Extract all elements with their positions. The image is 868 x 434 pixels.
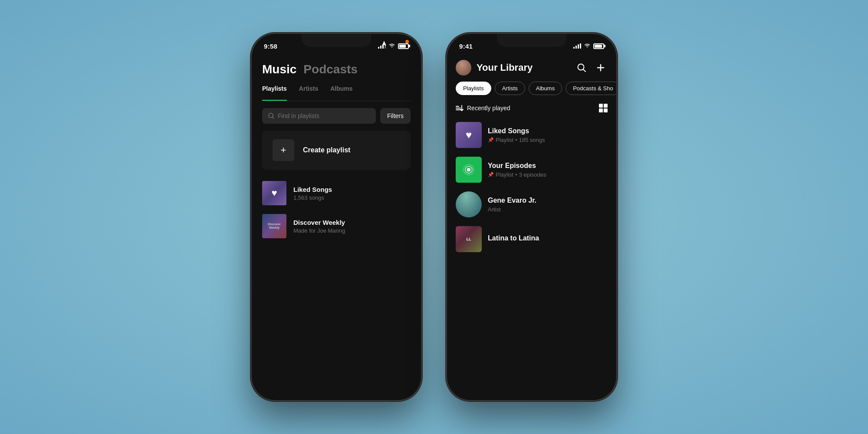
plus-icon-2 <box>596 63 605 72</box>
music-tab[interactable]: Music <box>262 62 296 76</box>
create-playlist-row[interactable]: + Create playlist <box>262 131 411 170</box>
header-tabs: Music Podcasts Playlists Artists Albums <box>252 56 421 101</box>
playlist-item-liked[interactable]: ♥ Liked Songs 1,563 songs <box>252 177 421 210</box>
pill-podcasts[interactable]: Podcasts & Sho <box>566 82 616 95</box>
signal-bars-2 <box>573 43 581 49</box>
liked-songs-name: Liked Songs <box>293 186 332 193</box>
podcasts-tab[interactable]: Podcasts <box>303 62 358 76</box>
status-icons-2 <box>573 42 604 50</box>
pin-icon-liked: 📌 <box>488 137 494 143</box>
sub-tabs: Playlists Artists Albums <box>262 85 411 101</box>
tab-artists[interactable]: Artists <box>299 85 318 96</box>
svg-point-2 <box>467 168 470 171</box>
search-button[interactable] <box>575 61 589 75</box>
discover-weekly-meta: Made for Joe Maring <box>293 227 345 234</box>
phone-1: 9:58 <box>252 34 421 400</box>
pill-playlists[interactable]: Playlists <box>456 82 491 95</box>
status-bar-2: 9:41 <box>447 34 616 56</box>
sort-label[interactable]: Recently played <box>456 105 510 112</box>
search-filter-row: Find in playlists Filters <box>252 101 421 131</box>
library-header: Your Library <box>447 56 616 82</box>
main-title-row: Music Podcasts <box>262 62 411 76</box>
liked-songs-info: Liked Songs 1,563 songs <box>293 186 332 201</box>
episodes-meta: 📌 Playlist • 3 episodes <box>488 171 546 178</box>
playlist-item-discover[interactable]: Discover Weekly Discover Weekly Made for… <box>252 210 421 243</box>
episodes-name: Your Episodes <box>488 162 546 170</box>
gene-name: Gene Evaro Jr. <box>488 197 536 204</box>
filter-pills: Playlists Artists Albums Podcasts & Sho <box>447 82 616 102</box>
search-placeholder: Find in playlists <box>278 112 319 119</box>
latina-info: Latina to Latina <box>488 234 539 244</box>
phone-1-screen: 9:58 <box>252 34 421 400</box>
phone-1-content: Music Podcasts Playlists Artists Albums <box>252 56 421 400</box>
time-display-2: 9:41 <box>459 43 473 50</box>
phone-2-content: Your Library Playlist <box>447 56 616 400</box>
latina-to-latina-thumb: LL <box>456 226 482 252</box>
user-avatar[interactable] <box>456 60 471 76</box>
pill-artists[interactable]: Artists <box>495 82 525 95</box>
sort-row: Recently played <box>447 102 616 118</box>
grid-view-icon[interactable] <box>599 104 608 112</box>
podcast-icon <box>462 163 476 177</box>
library-item-gene[interactable]: Gene Evaro Jr. Artist <box>447 187 616 222</box>
tab-albums[interactable]: Albums <box>330 85 352 96</box>
library-item-episodes[interactable]: Your Episodes 📌 Playlist • 3 episodes <box>447 152 616 187</box>
tab-playlists[interactable]: Playlists <box>262 85 287 96</box>
latina-name: Latina to Latina <box>488 234 539 242</box>
sort-arrows-icon <box>456 105 464 111</box>
status-bar-1: 9:58 <box>252 34 421 56</box>
create-playlist-label: Create playlist <box>303 146 350 154</box>
library-item-latina[interactable]: LL Latina to Latina <box>447 222 616 256</box>
search-icon-1 <box>268 113 274 119</box>
search-icon-2 <box>577 63 586 72</box>
phone-2-screen: 9:41 <box>447 34 616 400</box>
plus-icon-box: + <box>273 139 294 161</box>
liked-songs-meta-2: 📌 Playlist • 185 songs <box>488 137 545 143</box>
gene-evaro-thumb <box>456 191 482 217</box>
discover-weekly-thumbnail: Discover Weekly <box>262 214 286 238</box>
wifi-icon-1 <box>388 42 395 50</box>
discover-weekly-info: Discover Weekly Made for Joe Maring <box>293 219 345 234</box>
orange-dot <box>405 40 409 43</box>
heart-icon: ♥ <box>271 187 277 199</box>
time-display-1: 9:58 <box>264 43 277 50</box>
search-bar[interactable]: Find in playlists <box>262 108 376 124</box>
pin-icon-episodes: 📌 <box>488 172 494 178</box>
battery-icon-1 <box>398 43 409 49</box>
heart-icon-2: ♥ <box>466 129 472 141</box>
gene-info: Gene Evaro Jr. Artist <box>488 197 536 213</box>
battery-icon-2 <box>593 43 604 49</box>
library-item-liked-songs[interactable]: ♥ Liked Songs 📌 Playlist • 185 songs <box>447 118 616 152</box>
liked-songs-thumb-2: ♥ <box>456 122 482 148</box>
episodes-thumb <box>456 157 482 183</box>
add-button[interactable] <box>594 61 608 75</box>
liked-songs-thumbnail: ♥ <box>262 181 286 205</box>
liked-songs-info-2: Liked Songs 📌 Playlist • 185 songs <box>488 127 545 143</box>
filters-button[interactable]: Filters <box>380 108 411 124</box>
sort-text: Recently played <box>467 105 510 112</box>
discover-weekly-name: Discover Weekly <box>293 219 345 226</box>
liked-songs-name-2: Liked Songs <box>488 127 545 135</box>
discover-thumb-img: Discover Weekly <box>262 214 286 238</box>
library-title: Your Library <box>477 62 569 73</box>
pill-albums[interactable]: Albums <box>529 82 562 95</box>
phone-2: 9:41 <box>447 34 616 400</box>
wifi-icon-2 <box>584 42 591 50</box>
episodes-info: Your Episodes 📌 Playlist • 3 episodes <box>488 162 546 178</box>
phones-container: 9:58 <box>252 34 616 400</box>
liked-songs-meta: 1,563 songs <box>293 194 332 201</box>
plus-icon: + <box>281 145 286 156</box>
gene-meta: Artist <box>488 206 536 213</box>
